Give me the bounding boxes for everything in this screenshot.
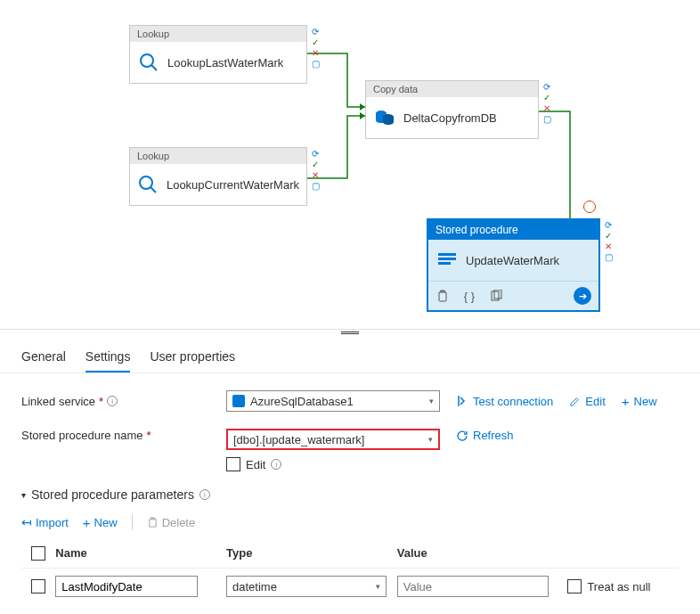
tab-settings[interactable]: Settings bbox=[85, 349, 131, 372]
edit-button[interactable]: Edit bbox=[569, 395, 605, 408]
lookup-icon bbox=[137, 173, 159, 196]
params-table-header: Name Type Value bbox=[21, 539, 679, 569]
svg-line-4 bbox=[151, 65, 157, 70]
linked-service-dropdown[interactable]: AzureSqlDatabase1 ▾ bbox=[226, 390, 440, 412]
property-tabs: General Settings User properties bbox=[0, 339, 700, 373]
activity-name: DeltaCopyfromDB bbox=[403, 111, 497, 125]
activity-type: Lookup bbox=[130, 148, 306, 164]
info-icon[interactable]: i bbox=[107, 396, 118, 406]
lookup-icon bbox=[137, 51, 160, 74]
chevron-down-icon: ▾ bbox=[21, 490, 26, 500]
col-value: Value bbox=[397, 546, 568, 561]
col-type: Type bbox=[226, 546, 397, 561]
activity-type: Stored procedure bbox=[428, 220, 598, 240]
activity-type: Copy data bbox=[366, 81, 538, 97]
activity-lookup-last[interactable]: Lookup LookupLastWaterMark bbox=[129, 25, 307, 84]
param-type-dropdown[interactable]: datetime▾ bbox=[226, 576, 387, 597]
activity-type: Lookup bbox=[130, 26, 306, 42]
refresh-button[interactable]: Refresh bbox=[456, 429, 514, 442]
panel-resize-handle[interactable] bbox=[341, 332, 359, 334]
delete-param-button[interactable]: Delete bbox=[147, 516, 196, 529]
settings-form: Linked service*i AzureSqlDatabase1 ▾ Tes… bbox=[0, 373, 700, 614]
activity-name: LookupCurrentWaterMark bbox=[167, 178, 299, 192]
status-icons: ⟳ ✓ ✕ ▢ bbox=[541, 82, 553, 125]
new-button[interactable]: +New bbox=[622, 394, 657, 409]
activity-stored-procedure[interactable]: Stored procedure UpdateWaterMark { } ➔ bbox=[427, 218, 600, 312]
status-icons: ⟳ ✓ ✕ ▢ bbox=[309, 27, 322, 70]
chevron-down-icon: ▾ bbox=[429, 397, 434, 405]
row-checkbox[interactable] bbox=[31, 579, 45, 594]
treat-null-label: Treat as null bbox=[587, 580, 650, 594]
info-icon[interactable]: i bbox=[199, 489, 210, 500]
activity-copy-data[interactable]: Copy data DeltaCopyfromDB bbox=[365, 80, 539, 139]
activity-lookup-current[interactable]: Lookup LookupCurrentWaterMark bbox=[129, 147, 307, 206]
separator bbox=[132, 514, 133, 530]
param-value-input[interactable] bbox=[397, 576, 549, 597]
svg-point-3 bbox=[141, 54, 153, 67]
chevron-down-icon: ▾ bbox=[376, 582, 380, 591]
code-icon[interactable]: { } bbox=[462, 289, 476, 303]
clone-icon[interactable] bbox=[489, 289, 503, 303]
status-icons: ⟳ ✓ ✕ ▢ bbox=[602, 220, 615, 263]
params-section-toggle[interactable]: ▾ Stored procedure parameters i bbox=[21, 487, 679, 502]
new-param-button[interactable]: +New bbox=[83, 515, 118, 530]
activity-name: LookupLastWaterMark bbox=[167, 56, 283, 70]
execute-icon[interactable]: ➔ bbox=[574, 287, 591, 305]
pipeline-canvas[interactable]: Lookup LookupLastWaterMark ⟳ ✓ ✕ ▢ Looku… bbox=[0, 0, 700, 330]
table-row: datetime▾ Treat as null bbox=[21, 569, 679, 604]
sproc-name-dropdown[interactable]: [dbo].[update_watermark] ▾ bbox=[226, 429, 440, 450]
test-connection-button[interactable]: Test connection bbox=[456, 395, 553, 408]
import-button[interactable]: ↤Import bbox=[21, 515, 69, 529]
linked-service-label: Linked service*i bbox=[21, 395, 226, 408]
svg-point-5 bbox=[140, 176, 152, 189]
selection-handle[interactable] bbox=[583, 201, 596, 213]
param-name-input[interactable] bbox=[55, 576, 198, 597]
col-name: Name bbox=[55, 546, 226, 561]
svg-rect-9 bbox=[438, 253, 456, 256]
svg-rect-10 bbox=[438, 258, 456, 260]
chevron-down-icon: ▾ bbox=[428, 435, 433, 444]
activity-name: UpdateWaterMark bbox=[466, 254, 559, 267]
tab-general[interactable]: General bbox=[21, 349, 66, 372]
svg-line-6 bbox=[151, 187, 156, 192]
sproc-name-label: Stored procedure name* bbox=[21, 429, 226, 442]
svg-rect-11 bbox=[438, 262, 451, 265]
treat-null-checkbox[interactable] bbox=[567, 579, 582, 594]
tab-user-properties[interactable]: User properties bbox=[150, 349, 235, 372]
stored-procedure-icon bbox=[435, 249, 459, 272]
info-icon[interactable]: i bbox=[271, 459, 281, 470]
status-icons: ⟳ ✓ ✕ ▢ bbox=[309, 149, 322, 192]
sql-icon bbox=[232, 395, 245, 407]
delete-icon[interactable] bbox=[435, 289, 450, 303]
copy-data-icon bbox=[373, 106, 396, 129]
select-all-checkbox[interactable] bbox=[31, 546, 45, 561]
edit-checkbox-label: Edit bbox=[246, 458, 265, 471]
edit-checkbox[interactable] bbox=[226, 457, 240, 471]
